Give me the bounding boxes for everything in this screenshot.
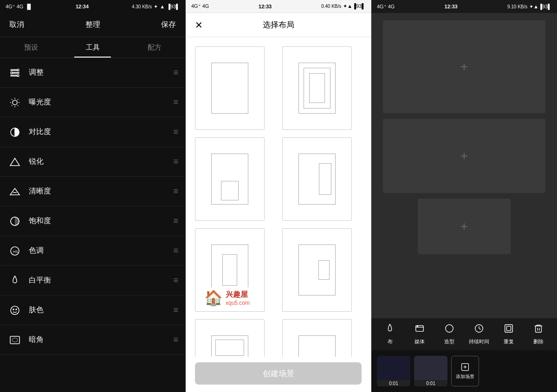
tool-vignette[interactable]: 暗角 ≡: [0, 325, 185, 355]
layout-header: ✕ 选择布局: [186, 13, 371, 37]
layout-preview-two-right: [298, 154, 336, 205]
tool-exposure-label: 曝光度: [29, 97, 173, 107]
svg-point-1: [17, 69, 19, 71]
layout-item-3[interactable]: [195, 137, 265, 221]
tab-recipe[interactable]: 配方: [123, 37, 185, 58]
tab-preset[interactable]: 预设: [0, 37, 62, 58]
add-scene-icon: [460, 362, 470, 372]
contrast-icon: [7, 125, 22, 140]
status-left-2: 4G⁺ 4G: [191, 3, 209, 9]
drag-handle-clarity: ≡: [173, 186, 178, 196]
svg-rect-4: [11, 75, 17, 76]
add-media-icon-2: +: [460, 148, 468, 163]
speed-3: 9.10 KB/s: [507, 4, 527, 9]
photo-editor-panel: 4G⁺ 4G ▐▌ 12:34 4.30 KB/s ✦ ▲ ▐93▌ 取消 整理…: [0, 0, 186, 392]
editor-tabs: 预设 工具 配方: [0, 37, 185, 58]
layout-preview-nested: [298, 63, 336, 114]
tab-tools[interactable]: 工具: [62, 37, 123, 58]
svg-text:HS: HS: [13, 250, 18, 254]
scene-slot-2[interactable]: +: [383, 119, 545, 193]
timeline: 0:01 0:01 添加场景: [371, 350, 557, 392]
create-scene-button[interactable]: 创建场景: [195, 362, 362, 385]
sharpen-icon: [7, 154, 22, 169]
tool-vignette-label: 暗角: [29, 335, 173, 345]
wifi-icon-1: ▲: [160, 4, 165, 9]
delete-icon: [533, 323, 544, 336]
layout-title: 选择布局: [263, 19, 294, 30]
tool-adjust-label: 调整: [29, 68, 173, 77]
tool-list: 调整 ≡ 曝光度 ≡: [0, 58, 185, 392]
status-left-3: 4G⁺ 4G: [377, 4, 395, 10]
scene-tool-repeat[interactable]: 重复: [499, 323, 519, 345]
status-left-1: 4G⁺ 4G ▐▌: [6, 4, 32, 10]
scene-slot-3[interactable]: +: [418, 199, 511, 254]
timeline-clip-1[interactable]: 0:01: [377, 356, 410, 386]
scene-tool-delete[interactable]: 删除: [528, 323, 549, 345]
tool-saturation[interactable]: 饱和度 ≡: [0, 206, 185, 236]
bt-icon-3: ✦▲▐93▌: [529, 4, 551, 10]
tool-wb-label: 白平衡: [29, 276, 173, 285]
duration-label: 持续时间: [469, 338, 489, 345]
layout-preview-center-right: [298, 244, 336, 296]
tool-clarity-label: 清晰度: [29, 186, 173, 196]
save-button[interactable]: 保存: [161, 20, 176, 30]
layout-item-6[interactable]: [282, 228, 352, 312]
canvas-icon: [385, 323, 395, 336]
scene-tool-canvas[interactable]: 布: [380, 323, 400, 345]
clarity-icon: [7, 184, 22, 199]
tool-hue[interactable]: HS 色调 ≡: [0, 236, 185, 266]
media-label: 媒体: [415, 338, 425, 345]
svg-line-14: [12, 105, 12, 105]
tool-clarity[interactable]: 清晰度 ≡: [0, 177, 185, 206]
svg-line-32: [479, 328, 481, 329]
close-button[interactable]: ✕: [193, 18, 205, 32]
clip-time-1: 0:01: [377, 380, 410, 386]
scene-slot-1[interactable]: +: [383, 20, 545, 113]
svg-point-22: [11, 306, 19, 315]
canvas-label: 布: [388, 338, 393, 345]
bt-icon-1: ✦: [154, 4, 158, 10]
media-icon: [415, 323, 425, 336]
scene-tool-media[interactable]: 媒体: [409, 323, 430, 345]
exposure-icon: [7, 95, 22, 110]
svg-point-6: [13, 100, 17, 105]
svg-rect-33: [505, 325, 513, 333]
svg-point-29: [446, 325, 453, 333]
scene-tool-shape[interactable]: 造型: [439, 323, 460, 345]
tool-adjust[interactable]: 调整 ≡: [0, 58, 185, 88]
layout-item-7[interactable]: [195, 319, 265, 357]
saturation-icon: [7, 214, 22, 229]
shape-icon: [444, 323, 454, 336]
timeline-clip-2[interactable]: 0:01: [414, 356, 447, 386]
svg-rect-25: [10, 336, 19, 344]
svg-marker-17: [10, 188, 19, 195]
svg-rect-34: [506, 326, 511, 330]
svg-line-13: [18, 99, 18, 99]
status-bar-1: 4G⁺ 4G ▐▌ 12:34 4.30 KB/s ✦ ▲ ▐93▌: [0, 0, 185, 13]
time-2: 12:33: [259, 4, 272, 9]
hue-icon: HS: [7, 244, 22, 258]
tool-skin[interactable]: 肤色 ≡: [0, 296, 185, 325]
battery-1: ▐93▌: [167, 4, 180, 9]
layout-item-1[interactable]: [195, 46, 265, 130]
drag-handle-hue: ≡: [173, 246, 178, 256]
tool-whitebalance[interactable]: 白平衡 ≡: [0, 266, 185, 296]
tool-contrast-label: 对比度: [29, 127, 173, 137]
cancel-button[interactable]: 取消: [9, 20, 24, 30]
status-right-2: 0.40 KB/s ✦▲▐93▌: [321, 3, 365, 9]
drag-handle-contrast: ≡: [173, 127, 178, 137]
scene-tool-duration[interactable]: 持续时间: [469, 323, 489, 345]
layout-item-4[interactable]: [282, 137, 352, 221]
tool-exposure[interactable]: 曝光度 ≡: [0, 88, 185, 117]
bt-icon-2: ✦▲▐93▌: [343, 3, 365, 9]
add-scene-button[interactable]: 添加场景: [451, 356, 479, 386]
layout-item-8[interactable]: [282, 319, 352, 357]
tool-contrast[interactable]: 对比度 ≡: [0, 117, 185, 147]
layout-preview-single: [211, 63, 248, 114]
time-3: 12:33: [445, 4, 458, 9]
svg-rect-0: [11, 70, 17, 71]
tool-sharpen[interactable]: 锐化 ≡: [0, 147, 185, 177]
add-media-icon-3: +: [460, 219, 468, 234]
svg-marker-16: [10, 158, 19, 166]
layout-item-2[interactable]: [282, 46, 352, 130]
